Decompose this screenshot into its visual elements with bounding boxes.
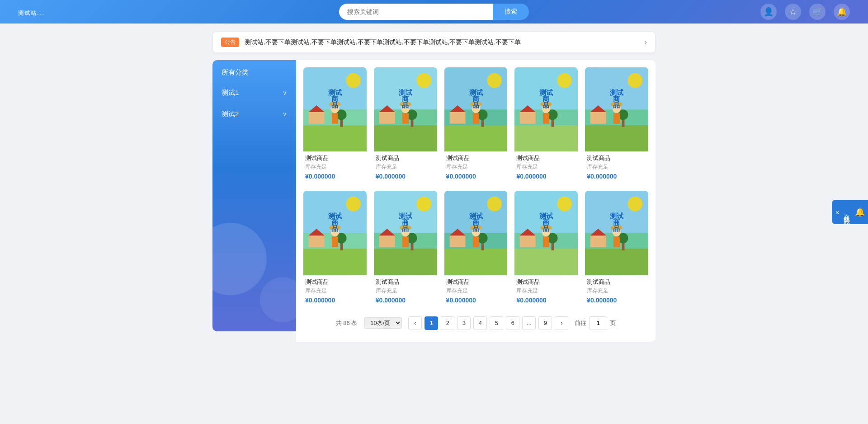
svg-text:品: 品: [402, 225, 409, 232]
product-image-5: 测试 商 品: [303, 191, 367, 275]
product-price-0: ¥0.000000: [303, 173, 367, 184]
svg-rect-64: [590, 112, 606, 124]
product-card-5[interactable]: 测试 商 品 测试商品 库存充足 ¥0.000000: [303, 191, 367, 307]
product-name-5: 测试商品: [303, 278, 367, 286]
svg-point-3: [346, 73, 361, 88]
header-icon-group: 👤 ☆ 🛒 🔔: [760, 4, 850, 20]
page-btn-3[interactable]: 3: [457, 316, 471, 330]
svg-rect-34: [449, 112, 465, 124]
user-icon-button[interactable]: 👤: [760, 4, 777, 20]
svg-text:品: 品: [613, 225, 620, 232]
product-name-8: 测试商品: [514, 278, 578, 286]
svg-rect-9: [332, 113, 338, 123]
svg-rect-99: [402, 237, 409, 247]
svg-point-138: [628, 197, 643, 212]
sidebar-item-ceshi2[interactable]: 测试2 ∨: [212, 104, 296, 125]
svg-text:品: 品: [472, 101, 479, 109]
online-service-button[interactable]: 🔔 在线客服 «: [832, 200, 868, 224]
product-card-4[interactable]: 测试 商 品 测试商品 库存充足 ¥0.000000: [585, 67, 648, 184]
product-card-0[interactable]: 测试 商 品 测试商品 库存充足 ¥0.000000: [303, 67, 367, 184]
product-card-1[interactable]: 测试 商 品 测试商品 库存充足 ¥0.000000: [374, 67, 437, 184]
product-card-6[interactable]: 测试 商 品 测试商品 库存充足 ¥0.000000: [374, 191, 437, 307]
svg-rect-109: [449, 236, 465, 247]
product-card-8[interactable]: 测试 商 品 测试商品 库存充足 ¥0.000000: [514, 191, 578, 307]
svg-rect-92: [374, 249, 437, 275]
site-logo: 测试站...: [18, 6, 45, 18]
logo-suffix: ...: [37, 9, 45, 16]
svg-point-18: [416, 73, 431, 88]
sidebar-label-1: 测试2: [222, 110, 239, 118]
pagination: 共 86 条 10条/页 20条/页 50条/页 ‹ 1 2 3 4 5 6 .…: [303, 316, 648, 334]
page-size-select[interactable]: 10条/页 20条/页 50条/页: [364, 317, 402, 329]
announcement-arrow-icon[interactable]: ›: [644, 38, 647, 47]
product-card-9[interactable]: 测试 商 品 测试商品 库存充足 ¥0.000000: [585, 191, 648, 307]
sidebar-item-ceshi1[interactable]: 测试1 ∨: [212, 82, 296, 104]
svg-point-48: [557, 73, 572, 88]
svg-rect-4: [309, 112, 325, 124]
sidebar-item-all[interactable]: 所有分类: [212, 60, 296, 82]
page-btn-6[interactable]: 6: [506, 316, 519, 330]
product-grid: 测试 商 品 测试商品 库存充足 ¥0.000000: [303, 67, 648, 307]
product-price-4: ¥0.000000: [585, 173, 648, 184]
page-btn-2[interactable]: 2: [441, 316, 454, 330]
svg-rect-62: [585, 125, 648, 151]
product-image-0: 测试 商 品: [303, 67, 367, 151]
product-card-7[interactable]: 测试 商 品 测试商品 库存充足 ¥0.000000: [444, 191, 508, 307]
svg-rect-84: [332, 237, 338, 247]
product-price-1: ¥0.000000: [374, 173, 437, 184]
product-price-7: ¥0.000000: [444, 297, 508, 307]
product-price-2: ¥0.000000: [444, 173, 508, 184]
product-area: 测试 商 品 测试商品 库存充足 ¥0.000000: [296, 60, 656, 342]
service-arrow-icon: «: [835, 208, 839, 216]
svg-text:品: 品: [402, 101, 409, 109]
page-prev-button[interactable]: ‹: [408, 316, 422, 330]
pagination-total: 共 86 条: [336, 319, 358, 327]
page-goto: 前往 页: [575, 316, 616, 330]
page-btn-1[interactable]: 1: [425, 316, 438, 330]
product-image-4: 测试 商 品: [585, 67, 648, 151]
announcement-tag: 公告: [221, 38, 239, 47]
main-layout: 所有分类 测试1 ∨ 测试2 ∨: [212, 60, 656, 342]
page-btn-5[interactable]: 5: [490, 316, 503, 330]
page-btn-4[interactable]: 4: [473, 316, 487, 330]
product-name-0: 测试商品: [303, 154, 367, 162]
logo-text: 测试站: [18, 10, 37, 16]
search-input[interactable]: [339, 4, 493, 20]
product-card-2[interactable]: 测试 商 品 测试商品 库存充足 ¥0.000000: [444, 67, 508, 184]
svg-point-33: [487, 73, 502, 88]
svg-text:品: 品: [331, 225, 338, 232]
bell-icon-button[interactable]: 🔔: [834, 4, 850, 20]
product-image-1: 测试 商 品: [374, 67, 437, 151]
product-name-3: 测试商品: [514, 154, 578, 162]
product-stock-6: 库存充足: [374, 287, 437, 295]
product-stock-8: 库存充足: [514, 287, 578, 295]
page-next-button[interactable]: ›: [555, 316, 568, 330]
svg-rect-32: [444, 125, 508, 151]
svg-rect-24: [402, 113, 409, 123]
svg-rect-54: [543, 113, 549, 123]
product-name-2: 测试商品: [444, 154, 508, 162]
svg-text:品: 品: [472, 225, 479, 232]
announcement-text: 测试站,不要下单测试站,不要下单测试站,不要下单测试站,不要下单测试站,不要下单…: [245, 38, 639, 47]
product-stock-4: 库存充足: [585, 163, 648, 171]
chevron-down-icon-0: ∨: [283, 90, 287, 96]
cart-icon-button[interactable]: 🛒: [809, 4, 826, 20]
svg-point-93: [416, 197, 431, 212]
svg-rect-94: [379, 236, 395, 247]
svg-rect-39: [473, 113, 479, 123]
search-button[interactable]: 搜索: [493, 4, 529, 20]
page-btn-ellipsis[interactable]: ...: [522, 316, 536, 330]
product-name-6: 测试商品: [374, 278, 437, 286]
product-image-8: 测试 商 品: [514, 191, 578, 275]
star-icon-button[interactable]: ☆: [785, 4, 801, 20]
product-card-3[interactable]: 测试 商 品 测试商品 库存充足 ¥0.000000: [514, 67, 578, 184]
page-btn-9[interactable]: 9: [538, 316, 552, 330]
goto-input[interactable]: [589, 316, 607, 330]
product-image-9: 测试 商 品: [585, 191, 648, 275]
product-price-9: ¥0.000000: [585, 297, 648, 307]
svg-rect-107: [444, 249, 508, 275]
svg-rect-17: [374, 125, 437, 151]
product-stock-5: 库存充足: [303, 287, 367, 295]
product-name-1: 测试商品: [374, 154, 437, 162]
svg-rect-79: [309, 236, 325, 247]
